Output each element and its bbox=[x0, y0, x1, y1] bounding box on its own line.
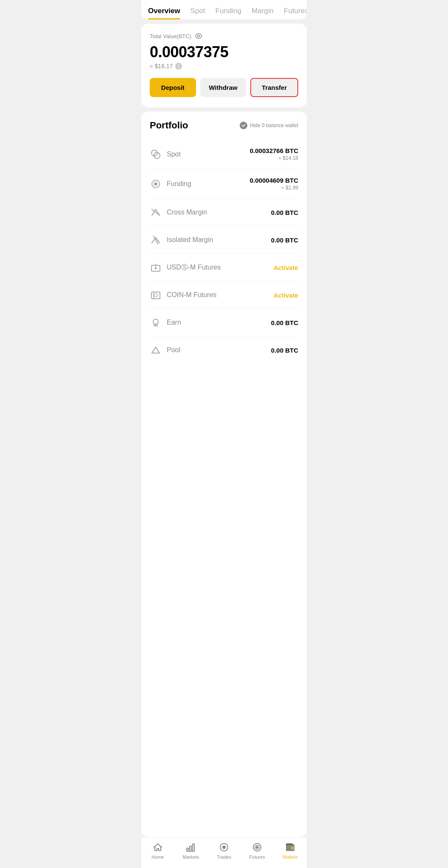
svg-rect-23 bbox=[193, 844, 194, 851]
svg-line-7 bbox=[152, 209, 160, 215]
svg-point-16 bbox=[153, 319, 158, 324]
deposit-button[interactable]: Deposit bbox=[150, 78, 196, 97]
nav-futures[interactable]: Futures bbox=[241, 842, 274, 860]
btc-balance: 0.00037375 bbox=[150, 43, 298, 61]
hide-balance-toggle[interactable]: Hide 0 balance wallet bbox=[240, 122, 298, 129]
spot-icon bbox=[150, 148, 162, 160]
svg-rect-21 bbox=[187, 848, 188, 851]
markets-icon bbox=[185, 842, 196, 853]
futures-nav-icon bbox=[252, 842, 263, 853]
transfer-button[interactable]: Transfer bbox=[250, 78, 298, 97]
svg-point-4 bbox=[154, 182, 157, 186]
nav-home[interactable]: Home bbox=[141, 842, 174, 860]
svg-point-25 bbox=[223, 846, 225, 849]
top-navigation: Overview Spot Funding Margin Futures bbox=[141, 0, 307, 19]
earn-icon bbox=[150, 317, 162, 328]
portfolio-item-coin-futures[interactable]: COIN-M Futures Activate bbox=[150, 281, 298, 309]
svg-point-28 bbox=[256, 846, 258, 848]
usd-futures-icon bbox=[150, 262, 162, 273]
nav-markets[interactable]: Markets bbox=[174, 842, 207, 860]
wallets-icon bbox=[285, 842, 296, 853]
nav-trades[interactable]: Trades bbox=[207, 842, 241, 860]
svg-rect-31 bbox=[286, 843, 293, 845]
pool-icon bbox=[150, 344, 162, 356]
svg-point-12 bbox=[155, 267, 157, 270]
svg-rect-13 bbox=[151, 292, 160, 299]
svg-point-14 bbox=[154, 294, 157, 297]
check-icon bbox=[240, 122, 247, 129]
portfolio-header: Portfolio Hide 0 balance wallet bbox=[150, 120, 298, 131]
portfolio-item-usd-futures[interactable]: USDⓈ-M Futures Activate bbox=[150, 254, 298, 281]
bottom-navigation: Home Markets Trades Fut bbox=[141, 837, 307, 868]
nav-wallets[interactable]: Wallets bbox=[274, 842, 307, 860]
funding-icon bbox=[150, 178, 162, 190]
tab-futures[interactable]: Futures bbox=[284, 7, 307, 19]
trades-icon bbox=[218, 842, 230, 853]
portfolio-title: Portfolio bbox=[150, 120, 188, 131]
svg-line-19 bbox=[156, 347, 160, 353]
home-icon bbox=[152, 842, 163, 853]
cross-margin-icon bbox=[150, 206, 162, 218]
svg-rect-22 bbox=[190, 846, 191, 851]
portfolio-section: Portfolio Hide 0 balance wallet Spot 0.0… bbox=[141, 111, 307, 837]
portfolio-item-isolated-margin[interactable]: Isolated Margin 0.00 BTC bbox=[150, 226, 298, 254]
tab-overview[interactable]: Overview bbox=[148, 7, 180, 19]
portfolio-item-spot[interactable]: Spot 0.00032766 BTC ≈ $14.18 bbox=[150, 139, 298, 169]
tab-funding[interactable]: Funding bbox=[216, 7, 241, 19]
portfolio-item-pool[interactable]: Pool 0.00 BTC bbox=[150, 337, 298, 364]
svg-rect-30 bbox=[291, 847, 294, 849]
tab-margin[interactable]: Margin bbox=[252, 7, 274, 19]
withdraw-button[interactable]: Withdraw bbox=[200, 78, 246, 97]
info-icon[interactable]: i bbox=[175, 63, 182, 70]
portfolio-item-earn[interactable]: Earn 0.00 BTC bbox=[150, 309, 298, 337]
portfolio-item-cross-margin[interactable]: Cross Margin 0.00 BTC bbox=[150, 199, 298, 226]
svg-line-18 bbox=[152, 347, 156, 353]
portfolio-item-funding[interactable]: Funding 0.00004609 BTC ≈ $1.99 bbox=[150, 169, 298, 199]
usd-approximate: ≈ $16.17 i bbox=[150, 63, 298, 70]
balance-card: Total Value(BTC) 0.00037375 ≈ $16.17 i D… bbox=[141, 24, 307, 107]
toggle-visibility-icon[interactable] bbox=[195, 32, 202, 40]
tab-spot[interactable]: Spot bbox=[190, 7, 205, 19]
isolated-margin-icon bbox=[150, 234, 162, 246]
action-buttons: Deposit Withdraw Transfer bbox=[150, 78, 298, 97]
svg-point-0 bbox=[198, 35, 200, 37]
total-value-label: Total Value(BTC) bbox=[150, 32, 298, 40]
coin-futures-icon bbox=[150, 289, 162, 301]
